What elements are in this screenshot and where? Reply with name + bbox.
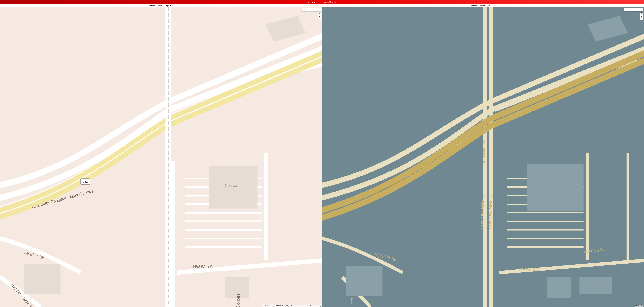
compass-icon <box>319 19 320 20</box>
svg-rect-19 <box>580 277 612 294</box>
right-attribution: © 2022 HERE <box>635 305 643 306</box>
svg-text:N Platte Purchase Dr: N Platte Purchase Dr <box>481 196 485 232</box>
svg-point-12 <box>302 10 303 10</box>
compass-icon <box>641 19 642 20</box>
map-right-roads: N Platte Purchase Dr N Platte Purchase D… <box>322 7 644 307</box>
svg-text:N Platte Purchase Dr: N Platte Purchase Dr <box>489 196 493 232</box>
search-icon <box>624 9 626 11</box>
svg-marker-18 <box>588 16 628 42</box>
left-attribution: Esri, HERE, Garmin, FAO, NOAA, USGS, © O… <box>262 305 321 306</box>
right-search-input[interactable] <box>626 9 642 11</box>
right-zoom-controls: + − <box>640 13 643 20</box>
left-search-input[interactable] <box>304 9 320 11</box>
svg-text:NW 88th St: NW 88th St <box>519 267 540 271</box>
svg-marker-14 <box>319 19 320 19</box>
svg-marker-3 <box>266 16 306 42</box>
svg-rect-1 <box>24 264 60 294</box>
map-left-roads: 152 Alexander Doniphan Memorial Hwy NW 8… <box>0 7 322 307</box>
right-style-group: Map Style VectorHereBerlin <box>322 5 644 7</box>
svg-rect-17 <box>548 277 572 298</box>
compass-button[interactable] <box>640 18 643 20</box>
zoom-out-button[interactable]: − <box>640 15 643 18</box>
zoom-out-button[interactable]: − <box>318 15 321 18</box>
style-toolbar: Map Style VectorEsriNavigation Map Style… <box>0 4 644 7</box>
right-search[interactable] <box>624 8 643 12</box>
zoom-in-button[interactable]: + <box>640 13 643 15</box>
compass-button[interactable] <box>318 18 321 20</box>
svg-line-13 <box>303 10 304 11</box>
svg-text:NW Old: NW Old <box>350 298 356 307</box>
left-zoom-controls: + − <box>318 13 321 20</box>
svg-point-27 <box>624 10 625 10</box>
svg-rect-16 <box>346 266 382 296</box>
right-style-select[interactable]: VectorHereBerlin <box>478 5 496 7</box>
svg-text:N Platte Purchase Dr: N Platte Purchase Dr <box>482 127 486 163</box>
svg-text:Hickory St: Hickory St <box>236 294 241 307</box>
map-left[interactable]: 152 Alexander Doniphan Memorial Hwy NW 8… <box>0 7 322 307</box>
search-icon <box>302 9 304 11</box>
left-style-group: Map Style VectorEsriNavigation <box>0 5 322 7</box>
svg-text:NW 88th St: NW 88th St <box>193 264 214 269</box>
svg-rect-15 <box>527 164 584 211</box>
svg-text:152: 152 <box>83 180 88 184</box>
app-header: Amazon Location × Amplify Geo <box>0 0 644 4</box>
right-style-label: Map Style <box>470 5 478 7</box>
svg-line-28 <box>625 10 626 11</box>
map-compare-container: 152 Alexander Doniphan Memorial Hwy NW 8… <box>0 7 644 307</box>
map-right[interactable]: N Platte Purchase Dr N Platte Purchase D… <box>322 7 644 307</box>
app-title: Amazon Location × Amplify Geo <box>308 1 336 3</box>
zoom-in-button[interactable]: + <box>318 13 321 15</box>
svg-marker-29 <box>641 19 642 19</box>
svg-text:Costco: Costco <box>224 183 237 188</box>
left-style-label: Map Style <box>148 5 156 7</box>
left-style-select[interactable]: VectorEsriNavigation <box>156 5 174 7</box>
left-search[interactable] <box>302 8 321 12</box>
